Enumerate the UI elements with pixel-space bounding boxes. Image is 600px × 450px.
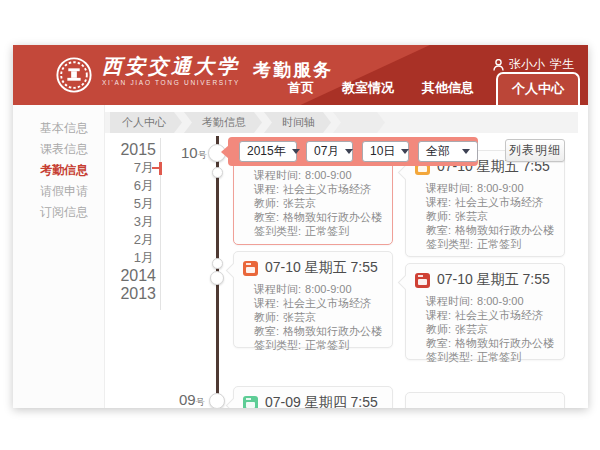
card-field-label: 教室:	[254, 211, 279, 223]
card-field: 课程:社会主义市场经济	[234, 296, 392, 310]
card-fields: 课程时间:8:00-9:00课程:社会主义市场经济教师:张芸京教室:格物致知行政…	[406, 294, 564, 364]
day-marker-09: 09号	[179, 391, 205, 408]
card-field-value: 张芸京	[455, 210, 488, 222]
attendance-card[interactable]: 07-09 星期四 7:55	[233, 386, 393, 408]
card-field-value: 8:00-9:00	[305, 283, 351, 295]
breadcrumb-item-personal-center[interactable]: 个人中心	[110, 112, 182, 133]
period-2013[interactable]: 2013	[108, 285, 156, 303]
card-fields: 课程时间:8:00-9:00课程:社会主义市场经济教师:张芸京教室:格物致知行政…	[234, 282, 392, 352]
chevron-down-icon	[292, 149, 300, 154]
card-title-row: 07-10 星期五 7:55	[234, 252, 392, 282]
card-field: 签到类型:正常签到	[406, 237, 564, 251]
content-area: 基本信息 课表信息 考勤信息 请假申请 订阅信息 个人中心 考勤信息 时间轴 2…	[13, 105, 588, 408]
card-field-label: 签到类型:	[254, 339, 301, 351]
nav-item-personal-center-active[interactable]: 个人中心	[496, 72, 580, 105]
type-dropdown-value: 全部	[426, 143, 450, 160]
card-field-label: 签到类型:	[254, 225, 301, 237]
card-field-value: 格物致知行政办公楼	[283, 211, 382, 223]
period-june[interactable]: 6月	[108, 177, 156, 195]
app-window: 西安交通大学 XI'AN JIAO TONG UNIVERSITY 考勤服务 张…	[13, 45, 588, 408]
card-field: 教师:张芸京	[406, 322, 564, 336]
period-march[interactable]: 3月	[108, 213, 156, 231]
day-dropdown-value: 10日	[370, 143, 395, 160]
card-field-value: 格物致知行政办公楼	[283, 325, 382, 337]
period-july-selected[interactable]: 7月	[108, 159, 156, 177]
year-dropdown[interactable]: 2015年	[239, 141, 297, 162]
university-name-block: 西安交通大学 XI'AN JIAO TONG UNIVERSITY	[102, 54, 240, 86]
breadcrumb-item-attendance-info[interactable]: 考勤信息	[184, 112, 262, 133]
card-field-value: 格物致知行政办公楼	[455, 337, 554, 349]
sidebar-item-subscription-info[interactable]: 订阅信息	[13, 203, 104, 222]
timeline-node-small-2	[212, 258, 223, 269]
card-field: 课程时间:8:00-9:00	[234, 282, 392, 296]
card-field: 教师:张芸京	[406, 209, 564, 223]
signin-type-icon	[415, 273, 430, 288]
chevron-down-icon	[345, 149, 353, 154]
period-2014[interactable]: 2014	[108, 267, 156, 285]
nav-item-other-info[interactable]: 其他信息	[408, 79, 488, 105]
card-field: 课程:社会主义市场经济	[406, 308, 564, 322]
card-field: 教室:格物致知行政办公楼	[234, 324, 392, 338]
attendance-card[interactable]: 07-10 星期五 7:55 课程时间:8:00-9:00课程:社会主义市场经济…	[405, 263, 565, 360]
sidebar-item-schedule-info[interactable]: 课表信息	[13, 140, 104, 159]
card-field-value: 社会主义市场经济	[455, 309, 543, 321]
selected-month-marker	[159, 162, 162, 175]
breadcrumb-item-timeline[interactable]: 时间轴	[264, 112, 331, 133]
nav-item-classrooms[interactable]: 教室情况	[328, 79, 408, 105]
sidebar-item-basic-info[interactable]: 基本信息	[13, 119, 104, 138]
card-field-value: 张芸京	[283, 197, 316, 209]
selected-month-marker-dash	[152, 167, 159, 169]
university-name-en: XI'AN JIAO TONG UNIVERSITY	[102, 79, 240, 86]
card-field-value: 社会主义市场经济	[455, 196, 543, 208]
card-field-value: 正常签到	[477, 351, 521, 363]
user-name: 张小小	[509, 56, 545, 73]
nav-item-home[interactable]: 首页	[274, 79, 328, 105]
sidebar-item-leave-request[interactable]: 请假申请	[13, 182, 104, 201]
attendance-card[interactable]: 07-10 星期五 7:55 课程时间:8:00-9:00课程:社会主义市场经济…	[233, 251, 393, 348]
card-field: 课程时间:8:00-9:00	[406, 181, 564, 195]
card-field: 教师:张芸京	[234, 196, 392, 210]
card-fields: 课程时间:8:00-9:00课程:社会主义市场经济教师:张芸京教室:格物致知行政…	[234, 168, 392, 238]
date-filter-bar: 2015年 07月 10日 全部	[228, 137, 478, 166]
sidebar-item-attendance-info[interactable]: 考勤信息	[13, 161, 104, 180]
card-title: 07-09 星期四 7:55	[265, 394, 378, 408]
card-field-value: 社会主义市场经济	[283, 297, 371, 309]
signin-type-icon	[243, 396, 258, 409]
period-january[interactable]: 1月	[108, 249, 156, 267]
card-field: 课程时间:8:00-9:00	[406, 294, 564, 308]
month-dropdown[interactable]: 07月	[306, 141, 353, 162]
list-detail-button[interactable]: 列表明细	[505, 139, 565, 162]
card-field-value: 张芸京	[455, 323, 488, 335]
card-field-label: 课程:	[426, 196, 451, 208]
timeline-period-list: 2015 7月 6月 5月 3月 2月 1月 2014 2013	[108, 141, 156, 303]
card-title-row: 07-09 星期四 7:55	[234, 387, 392, 408]
card-title: 07-10 星期五 7:55	[437, 271, 550, 289]
card-field: 课程:社会主义市场经济	[406, 195, 564, 209]
day-marker-10: 10号	[181, 144, 207, 162]
type-dropdown[interactable]: 全部	[418, 141, 478, 162]
card-field-label: 课程时间:	[426, 295, 473, 307]
attendance-card-clipped[interactable]	[405, 392, 565, 408]
user-chip[interactable]: 张小小 学生	[493, 56, 574, 73]
card-field-label: 课程时间:	[426, 182, 473, 194]
period-february[interactable]: 2月	[108, 231, 156, 249]
month-dropdown-value: 07月	[314, 143, 339, 160]
card-field-value: 8:00-9:00	[477, 182, 523, 194]
card-field-value: 8:00-9:00	[305, 169, 351, 181]
screenshot-stage: 西安交通大学 XI'AN JIAO TONG UNIVERSITY 考勤服务 张…	[0, 0, 600, 450]
breadcrumb-item-empty	[333, 112, 385, 133]
university-logo-icon	[55, 56, 93, 94]
day-dropdown[interactable]: 10日	[362, 141, 409, 162]
attendance-card[interactable]: 07-10 星期五 7:55 课程时间:8:00-9:00课程:社会主义市场经济…	[405, 150, 565, 257]
card-field-value: 正常签到	[305, 225, 349, 237]
card-field-label: 课程时间:	[254, 283, 301, 295]
card-field-label: 教师:	[426, 210, 451, 222]
card-field-label: 教师:	[426, 323, 451, 335]
main-nav: 首页 教室情况 其他信息 个人中心	[274, 72, 580, 105]
period-may[interactable]: 5月	[108, 195, 156, 213]
card-field-label: 教师:	[254, 197, 279, 209]
card-field: 教室:格物致知行政办公楼	[406, 223, 564, 237]
chevron-down-icon	[401, 149, 409, 154]
period-2015[interactable]: 2015	[108, 141, 156, 159]
card-fields: 课程时间:8:00-9:00课程:社会主义市场经济教师:张芸京教室:格物致知行政…	[406, 181, 564, 251]
